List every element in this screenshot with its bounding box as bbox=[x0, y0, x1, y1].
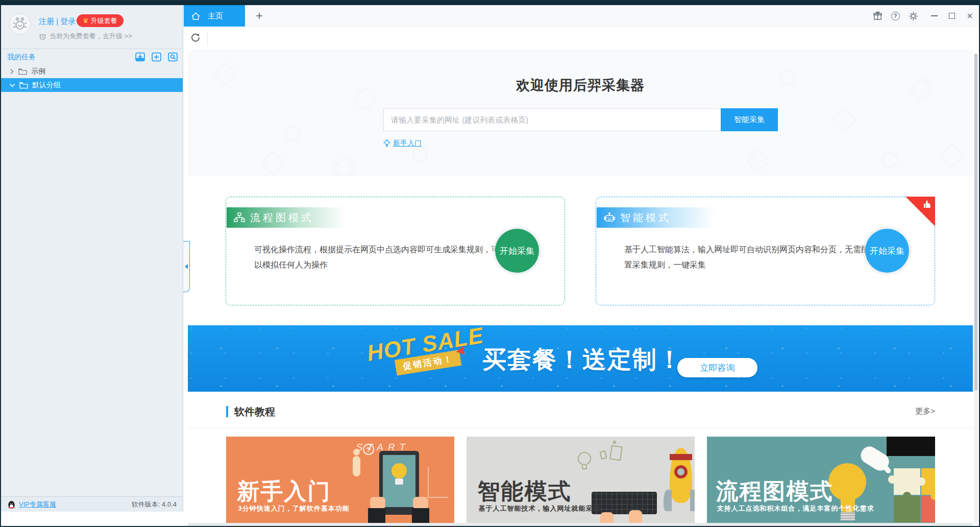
page-title: 欢迎使用后羿采集器 bbox=[188, 76, 973, 94]
settings-gear-icon[interactable] bbox=[908, 11, 918, 21]
bulb-base bbox=[395, 478, 403, 485]
window-top-edge bbox=[1, 1, 979, 5]
sidebar-item-label: 示例 bbox=[31, 67, 45, 76]
close-button[interactable]: × bbox=[965, 11, 975, 21]
page-content: 欢迎使用后羿采集器 智能采集 新手入门 bbox=[184, 50, 979, 525]
my-tasks-header: 我的任务 bbox=[1, 49, 183, 64]
flowchart-mode-header: 流程图模式 bbox=[227, 207, 345, 228]
new-task-icon[interactable] bbox=[151, 52, 162, 62]
robot-doodle-arm bbox=[599, 450, 607, 460]
start-collect-button-smart[interactable]: 开始采集 bbox=[865, 229, 909, 273]
more-tutorials-link[interactable]: 更多> bbox=[915, 406, 935, 416]
register-login-link[interactable]: 注册 | 登录 bbox=[39, 17, 76, 27]
mode-description: 基于人工智能算法，输入网址即可自动识别网页内容和分页，无需配置采集规则，一键采集 bbox=[624, 242, 869, 273]
sidebar-item-examples[interactable]: 示例 bbox=[1, 64, 183, 78]
minimize-glyph bbox=[931, 15, 938, 16]
upgrade-plan-button[interactable]: ♛ 升级套餐 bbox=[77, 14, 124, 27]
tutorial-subtitle: 支持人工点选和积木组合，满足丰富的个性化需求 bbox=[717, 504, 874, 513]
task-actions bbox=[135, 52, 178, 62]
hero-section: 欢迎使用后羿采集器 智能采集 新手入门 bbox=[188, 50, 973, 176]
tab-home[interactable]: 主页 bbox=[184, 5, 245, 27]
right-hand bbox=[413, 497, 428, 509]
tab-home-label: 主页 bbox=[208, 11, 223, 21]
import-task-icon[interactable] bbox=[135, 52, 145, 62]
tutorials-section-title: 软件教程 bbox=[234, 405, 275, 419]
puzzle-piece-cream bbox=[894, 468, 920, 495]
mode-name: 流程图模式 bbox=[250, 211, 314, 225]
vertical-scrollbar[interactable] bbox=[974, 54, 978, 524]
mode-name: 智能模式 bbox=[620, 211, 671, 225]
rocket-window bbox=[674, 465, 688, 478]
sidebar-item-default-group[interactable]: 默认分组 bbox=[1, 78, 183, 92]
tutorial-subtitle: 基于人工智能技术，输入网址就能采集 bbox=[479, 504, 600, 513]
consult-now-button[interactable]: 立即咨询 bbox=[677, 358, 757, 377]
tutorial-cards: START ? 新手入门 3分钟快速入门，了解软件基本功能 bbox=[188, 437, 973, 527]
smart-mode-header: 智能模式 bbox=[597, 207, 715, 228]
start-collect-button-flowchart[interactable]: 开始采集 bbox=[495, 229, 539, 273]
left-hand bbox=[370, 497, 385, 509]
mode-description: 可视化操作流程，根据提示在网页中点选内容即可生成采集规则，可以模拟任何人为操作 bbox=[254, 242, 499, 273]
doodle-shape bbox=[882, 152, 897, 167]
puzzle-nub bbox=[888, 475, 896, 484]
arm-sleeve bbox=[887, 437, 935, 456]
url-input[interactable] bbox=[383, 108, 721, 131]
alarm-clock-icon bbox=[39, 33, 46, 40]
search-task-icon[interactable] bbox=[167, 52, 178, 62]
chevron-down-icon bbox=[9, 83, 15, 88]
keyboard bbox=[592, 492, 657, 514]
maximize-button[interactable] bbox=[947, 11, 957, 21]
bulb-doodle-base bbox=[582, 465, 587, 469]
vip-support-link[interactable]: VIP专属客服 bbox=[19, 500, 56, 509]
my-tasks-label: 我的任务 bbox=[7, 53, 36, 62]
beginner-guide-link[interactable]: 新手入门 bbox=[393, 139, 422, 148]
horizontal-scroll-track[interactable] bbox=[188, 523, 973, 527]
qq-icon bbox=[7, 500, 16, 509]
tab-bar: 主页 + ? bbox=[184, 5, 979, 27]
sidebar-collapse-handle[interactable] bbox=[183, 241, 190, 292]
tutorial-card-flowchart[interactable]: 流程图模式 支持人工点选和积木组合，满足丰富的个性化需求 bbox=[707, 437, 935, 527]
avatar[interactable] bbox=[9, 13, 31, 35]
rocket-fin-left bbox=[664, 490, 672, 511]
url-search-row: 智能采集 bbox=[383, 108, 778, 131]
tutorials-header: 软件教程 更多> bbox=[188, 403, 973, 424]
window-controls: ? × bbox=[872, 5, 975, 27]
bulb-doodle bbox=[578, 452, 591, 465]
bulb-globe bbox=[828, 463, 866, 501]
banner-headline: 买套餐！送定制！ bbox=[482, 344, 682, 376]
chart-doodle bbox=[428, 467, 448, 498]
new-tab-button[interactable]: + bbox=[252, 9, 266, 23]
smart-mode-card: 智能模式 基于人工智能算法，输入网址即可自动识别网页内容和分页，无需配置采集规则… bbox=[596, 197, 935, 305]
gift-icon[interactable] bbox=[872, 11, 883, 21]
toolbar-divider bbox=[207, 32, 208, 45]
doodle-shape bbox=[746, 148, 770, 173]
tutorial-card-beginner[interactable]: START ? 新手入门 3分钟快速入门，了解软件基本功能 bbox=[226, 437, 454, 527]
browser-toolbar bbox=[184, 27, 979, 50]
scrollbar-thumb[interactable] bbox=[974, 54, 977, 391]
folder-open-icon bbox=[19, 82, 28, 89]
bulb-base bbox=[841, 512, 855, 520]
doodle-shape bbox=[832, 107, 857, 132]
plan-notice[interactable]: 当前为免费套餐，去升级 >> bbox=[39, 32, 132, 41]
main-area: 主页 + ? bbox=[184, 5, 979, 525]
tutorial-title: 流程图模式 bbox=[716, 476, 834, 507]
sidebar-footer: VIP专属客服 软件版本: 4.0.4 bbox=[1, 496, 183, 512]
plan-notice-text: 当前为免费套餐，去升级 >> bbox=[50, 32, 132, 41]
tutorial-card-smart[interactable]: 智能模式 基于人工智能技术，输入网址就能采集 bbox=[467, 437, 695, 527]
minimize-button[interactable] bbox=[929, 11, 939, 21]
lightbulb-icon bbox=[383, 139, 390, 148]
crab-icon bbox=[12, 16, 28, 32]
rocket-fin-right bbox=[690, 490, 695, 511]
smart-collect-button[interactable]: 智能采集 bbox=[721, 108, 778, 131]
upgrade-plan-label: 升级套餐 bbox=[91, 16, 117, 26]
person-figure bbox=[353, 456, 360, 476]
refresh-icon[interactable] bbox=[190, 32, 202, 44]
promo-banner[interactable]: HOT SALE 促销活动！ 买套餐！送定制！ 立即咨询 bbox=[188, 325, 973, 392]
tutorial-subtitle: 3分钟快速入门，了解软件基本功能 bbox=[238, 504, 350, 513]
sidebar-item-label: 默认分组 bbox=[32, 81, 61, 90]
beginner-guide-row: 新手入门 bbox=[383, 139, 422, 148]
tutorial-title: 新手入门 bbox=[237, 476, 331, 507]
chevron-right-icon bbox=[9, 68, 14, 75]
help-icon[interactable]: ? bbox=[890, 11, 900, 21]
version-label: 软件版本: 4.0.4 bbox=[132, 500, 177, 509]
section-accent-bar bbox=[226, 406, 228, 417]
